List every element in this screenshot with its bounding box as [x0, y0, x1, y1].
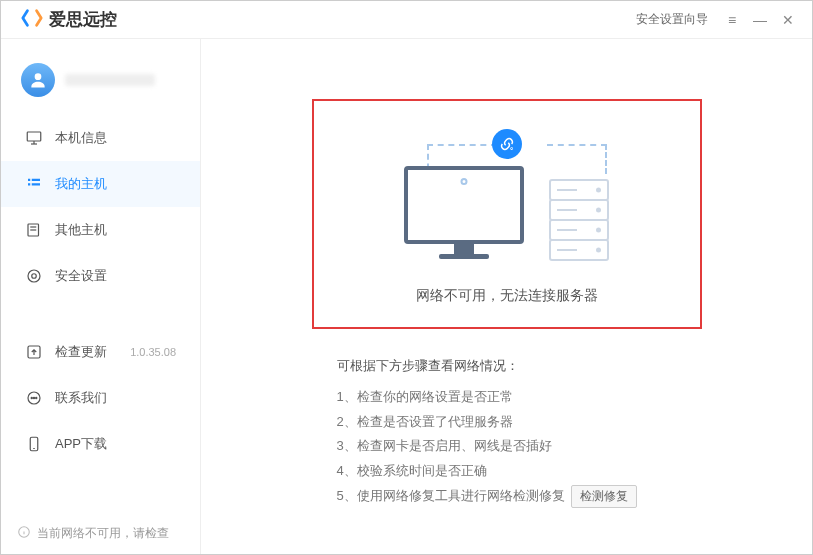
sidebar-item-label: 我的主机 [55, 175, 107, 193]
titlebar: 爱思远控 安全设置向导 ≡ — ✕ [1, 1, 812, 39]
close-button[interactable]: ✕ [774, 6, 802, 34]
minimize-icon: — [753, 12, 767, 28]
logo-icon [21, 7, 43, 33]
step-item: 5、使用网络修复工具进行网络检测修复 检测修复 [337, 484, 677, 509]
sidebar-item-app-download[interactable]: APP下载 [1, 421, 200, 467]
sidebar-footer: 当前网络不可用，请检查 [1, 513, 200, 554]
svg-point-0 [35, 73, 42, 80]
step-item: 4、校验系统时间是否正确 [337, 459, 677, 484]
gear-icon [25, 267, 43, 285]
sidebar-item-my-hosts[interactable]: 我的主机 [1, 161, 200, 207]
sidebar-item-label: 本机信息 [55, 129, 107, 147]
sidebar-item-local-info[interactable]: 本机信息 [1, 115, 200, 161]
user-name [65, 74, 155, 86]
sidebar-item-label: 安全设置 [55, 267, 107, 285]
svg-point-16 [33, 397, 34, 398]
svg-point-12 [28, 270, 40, 282]
svg-point-17 [36, 397, 37, 398]
network-error-illustration [387, 129, 627, 259]
menu-button[interactable]: ≡ [718, 6, 746, 34]
security-wizard-link[interactable]: 安全设置向导 [636, 11, 708, 28]
sidebar-item-contact[interactable]: 联系我们 [1, 375, 200, 421]
svg-rect-4 [28, 179, 30, 181]
chat-icon [25, 389, 43, 407]
svg-rect-7 [32, 183, 40, 185]
troubleshoot-steps: 可根据下方步骤查看网络情况： 1、检查你的网络设置是否正常 2、检查是否设置了代… [337, 357, 677, 508]
sidebar-item-other-hosts[interactable]: 其他主机 [1, 207, 200, 253]
main-content: 网络不可用，无法连接服务器 可根据下方步骤查看网络情况： 1、检查你的网络设置是… [201, 39, 812, 554]
nav-main: 本机信息 我的主机 其他主机 安全设置 [1, 115, 200, 299]
menu-icon: ≡ [728, 12, 736, 28]
error-message: 网络不可用，无法连接服务器 [416, 287, 598, 305]
step-item: 1、检查你的网络设置是否正常 [337, 385, 677, 410]
monitor-icon [25, 129, 43, 147]
sidebar-item-label: 其他主机 [55, 221, 107, 239]
grid-icon [25, 175, 43, 193]
step-item: 3、检查网卡是否启用、网线是否插好 [337, 434, 677, 459]
sidebar-item-label: 检查更新 [55, 343, 107, 361]
sidebar-item-label: 联系我们 [55, 389, 107, 407]
app-name: 爱思远控 [49, 8, 117, 31]
repair-button[interactable]: 检测修复 [571, 485, 637, 508]
svg-point-15 [31, 397, 32, 398]
sidebar-item-label: APP下载 [55, 435, 107, 453]
broken-link-icon [492, 129, 522, 159]
sidebar: 本机信息 我的主机 其他主机 安全设置 检 [1, 39, 201, 554]
svg-rect-6 [28, 183, 30, 185]
server-graphic [549, 179, 609, 259]
svg-rect-1 [27, 132, 41, 141]
svg-point-11 [32, 274, 37, 279]
steps-title: 可根据下方步骤查看网络情况： [337, 357, 677, 375]
network-status-text: 当前网络不可用，请检查 [37, 525, 169, 542]
minimize-button[interactable]: — [746, 6, 774, 34]
sidebar-item-security[interactable]: 安全设置 [1, 253, 200, 299]
version-text: 1.0.35.08 [130, 346, 176, 358]
avatar [21, 63, 55, 97]
phone-icon [25, 435, 43, 453]
step-item: 2、检查是否设置了代理服务器 [337, 410, 677, 435]
app-logo: 爱思远控 [21, 7, 117, 33]
monitor-graphic [404, 166, 524, 259]
close-icon: ✕ [782, 12, 794, 28]
upload-icon [25, 343, 43, 361]
app-window: 爱思远控 安全设置向导 ≡ — ✕ 本机信息 [0, 0, 813, 555]
sidebar-item-check-update[interactable]: 检查更新 1.0.35.08 [1, 329, 200, 375]
hosts-icon [25, 221, 43, 239]
app-body: 本机信息 我的主机 其他主机 安全设置 检 [1, 39, 812, 554]
svg-rect-5 [32, 179, 40, 181]
info-icon [17, 525, 31, 542]
nav-secondary: 检查更新 1.0.35.08 联系我们 APP下载 [1, 329, 200, 467]
step-text: 5、使用网络修复工具进行网络检测修复 [337, 484, 565, 509]
error-panel: 网络不可用，无法连接服务器 [312, 99, 702, 329]
user-section[interactable] [1, 53, 200, 115]
